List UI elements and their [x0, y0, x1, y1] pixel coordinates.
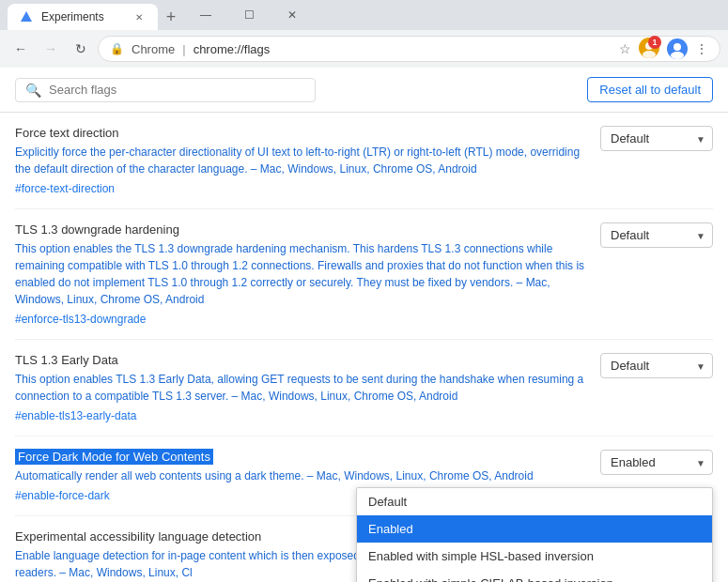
- menu-icon[interactable]: ⋮: [695, 41, 708, 56]
- dropdown-item-cielab[interactable]: Enabled with simple CIELAB-based inversi…: [357, 570, 712, 582]
- flag-item-tls13-early-data: TLS 1.3 Early Data This option enables T…: [15, 340, 713, 436]
- title-bar: Experiments ✕ + — ☐ ✕: [0, 0, 728, 30]
- avatar-badge: 1: [648, 36, 661, 49]
- lock-icon: 🔒: [110, 42, 124, 55]
- address-bar[interactable]: 🔒 Chrome | chrome://flags ☆ 1 ⋮: [98, 36, 720, 62]
- flag-select-force-dark-mode[interactable]: Default Enabled: [600, 450, 713, 475]
- flag-control: Default Enabled ▼ Default Enabled Enable…: [600, 450, 713, 475]
- search-icon: 🔍: [25, 83, 41, 98]
- search-bar: 🔍 Reset all to default: [0, 68, 728, 113]
- forward-button[interactable]: →: [38, 36, 64, 62]
- profile-avatar[interactable]: 1: [639, 38, 659, 61]
- dropdown-item-hsl[interactable]: Enabled with simple HSL-based inversion: [357, 543, 712, 570]
- flag-select-force-text-direction[interactable]: Default Enabled Disabled: [600, 126, 713, 151]
- flag-control: Default Enabled Disabled ▼: [600, 353, 713, 378]
- flag-title: Force Dark Mode for Web Contents: [15, 450, 585, 464]
- flag-link[interactable]: #enable-force-dark: [15, 489, 110, 502]
- flag-link[interactable]: #enforce-tls13-downgrade: [15, 313, 146, 326]
- flag-desc: Explicitly force the per-character direc…: [15, 144, 585, 177]
- minimize-button[interactable]: —: [184, 0, 227, 30]
- flag-title-highlighted: Force Dark Mode for Web Contents: [15, 449, 213, 465]
- active-tab[interactable]: Experiments ✕: [8, 4, 158, 30]
- dropdown-item-enabled[interactable]: Enabled: [357, 515, 712, 543]
- dropdown-item-default[interactable]: Default: [357, 488, 712, 515]
- tab-title: Experiments: [41, 10, 124, 23]
- maximize-button[interactable]: ☐: [227, 0, 271, 30]
- flag-desc: This option enables the TLS 1.3 downgrad…: [15, 240, 585, 308]
- flags-list: Force text direction Explicitly force th…: [0, 113, 728, 582]
- flag-item-force-dark-mode: Force Dark Mode for Web Contents Automat…: [15, 436, 713, 516]
- flag-select-tls13-downgrade[interactable]: Default Enabled Disabled: [600, 222, 713, 248]
- search-input-wrap: 🔍: [15, 78, 316, 102]
- flag-info: TLS 1.3 Early Data This option enables T…: [15, 353, 585, 422]
- flag-desc: Automatically render all web contents us…: [15, 467, 585, 484]
- bookmark-icon[interactable]: ☆: [619, 41, 631, 56]
- window-controls: — ☐ ✕: [184, 0, 314, 30]
- svg-marker-0: [21, 11, 32, 22]
- flag-info: Force text direction Explicitly force th…: [15, 126, 585, 195]
- flag-link[interactable]: #force-text-direction: [15, 182, 115, 195]
- close-button[interactable]: ✕: [271, 0, 314, 30]
- flag-desc: This option enables TLS 1.3 Early Data, …: [15, 371, 585, 405]
- profile-icon[interactable]: [667, 38, 688, 59]
- address-path: chrome://flags: [194, 42, 271, 56]
- svg-point-6: [671, 52, 684, 59]
- content-area: 🔍 Reset all to default Force text direct…: [0, 68, 728, 582]
- svg-point-5: [674, 43, 681, 51]
- tab-close-button[interactable]: ✕: [132, 9, 147, 24]
- reload-button[interactable]: ↻: [68, 36, 94, 62]
- flag-select-tls13-early-data[interactable]: Default Enabled Disabled: [600, 353, 713, 378]
- reset-all-button[interactable]: Reset all to default: [587, 77, 713, 102]
- flag-control: Default Enabled Disabled ▼: [600, 126, 713, 151]
- flag-item-force-text-direction: Force text direction Explicitly force th…: [15, 113, 713, 209]
- flag-control: Default Enabled Disabled ▼: [600, 222, 713, 248]
- flag-link[interactable]: #enable-tls13-early-data: [15, 409, 136, 422]
- back-button[interactable]: ←: [8, 36, 34, 62]
- flag-item-tls13-downgrade: TLS 1.3 downgrade hardening This option …: [15, 209, 713, 340]
- tab-favicon: [19, 9, 34, 24]
- search-input[interactable]: [49, 83, 305, 97]
- flag-title: TLS 1.3 downgrade hardening: [15, 222, 585, 237]
- new-tab-button[interactable]: +: [158, 4, 184, 30]
- flag-title: Force text direction: [15, 126, 585, 140]
- address-icons: ☆ 1 ⋮: [619, 38, 708, 61]
- address-origin: Chrome: [132, 42, 175, 56]
- svg-point-3: [643, 51, 656, 58]
- address-separator: |: [182, 42, 185, 56]
- flag-info: TLS 1.3 downgrade hardening This option …: [15, 222, 585, 326]
- dropdown-menu-force-dark-mode: Default Enabled Enabled with simple HSL-…: [356, 487, 713, 582]
- flag-title: TLS 1.3 Early Data: [15, 353, 585, 367]
- nav-bar: ← → ↻ 🔒 Chrome | chrome://flags ☆ 1: [0, 30, 728, 68]
